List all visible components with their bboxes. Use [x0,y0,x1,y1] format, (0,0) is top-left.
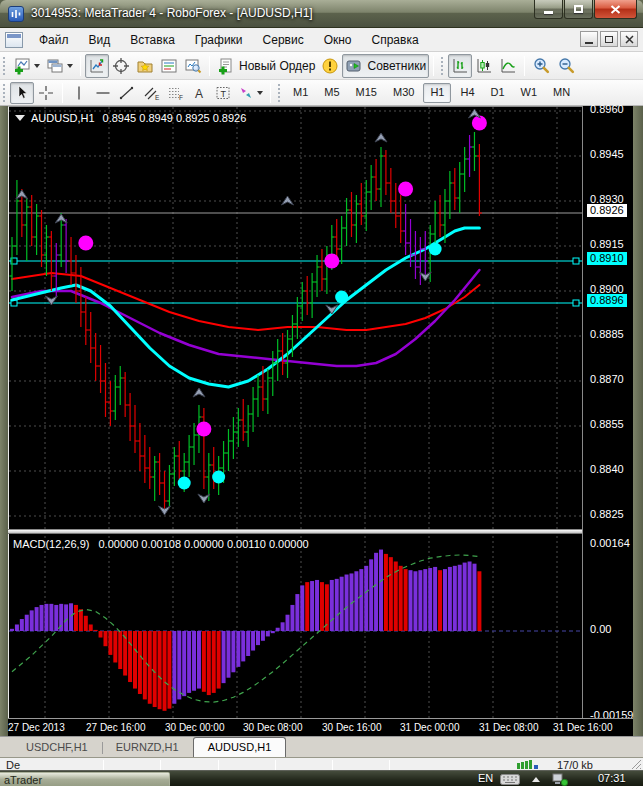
clock[interactable]: 07:31 [598,772,626,784]
macd-axis-label: 0.00 [590,623,611,635]
zoom-out-icon [557,56,576,75]
resize-grip[interactable] [631,759,642,770]
keyboard-tray-icon[interactable] [500,774,520,785]
network-tray-icon[interactable] [552,773,568,786]
terminal-button[interactable] [157,54,181,78]
language-indicator[interactable]: EN [478,772,493,784]
timeframe-button-mn[interactable]: MN [546,83,577,103]
menu-item-окно[interactable]: Окно [314,30,362,50]
child-close-button[interactable] [620,31,638,47]
chart-tab-usdchf[interactable]: USDCHF,H1 [12,738,102,757]
arrow-objects-icon [238,85,254,101]
horizontal-line-tool-button[interactable] [91,82,115,104]
fibonacci-tool-button[interactable]: F [163,82,187,104]
chart-tab-audusd[interactable]: AUDUSD,H1 [193,737,287,757]
timeframe-button-m1[interactable]: M1 [286,83,315,103]
expert-advisors-button[interactable]: Советники [342,54,429,78]
bar-chart-icon [451,57,469,75]
timeframe-button-d1[interactable]: D1 [484,83,512,103]
maximize-icon [574,5,583,13]
show-hidden-icons-button[interactable] [532,777,540,782]
macd-indicator-label: MACD(12,26,9) [13,538,89,550]
time-axis[interactable]: 27 Dec 201327 Dec 16:0030 Dec 00:0030 De… [8,718,633,736]
chart-header: AUDUSD,H1 0.8945 0.8949 0.8925 0.8926 [15,112,246,124]
maximize-button[interactable] [564,0,593,19]
price-tick-label: 0.8825 [590,508,624,520]
status-divider [389,760,390,770]
arrows-tool-button[interactable] [235,82,266,104]
arrows-dropdown-icon[interactable] [257,91,263,95]
chart-bars-button[interactable] [448,54,472,78]
timeframe-button-m30[interactable]: M30 [386,83,421,103]
chart-window-icon[interactable] [5,32,23,48]
child-minimize-button[interactable] [580,31,598,47]
chart-tab-eurnzd[interactable]: EURNZD,H1 [102,738,193,757]
horizontal-line-icon [95,85,111,101]
timeframe-button-h1[interactable]: H1 [423,83,451,103]
minimize-button[interactable] [534,0,563,19]
one-click-collapse-icon[interactable] [15,115,25,121]
price-axis[interactable]: 0.89600.89450.89300.89150.89000.88850.88… [582,106,633,718]
new-order-button[interactable]: Новый Ордер [214,54,318,78]
text-label-tool-button[interactable]: T [211,82,235,104]
menu-item-вид[interactable]: Вид [79,30,121,50]
timeframe-button-m5[interactable]: M5 [317,83,346,103]
cursor-icon [14,85,30,101]
cursor-tool-button[interactable] [10,82,34,104]
timeframe-button-m15[interactable]: M15 [349,83,384,103]
chart-candles-button[interactable] [472,54,496,78]
timeframe-button-w1[interactable]: W1 [514,83,545,103]
toolbar-grip[interactable] [441,57,444,75]
text-label-glyph: T [220,88,226,98]
text-tool-button[interactable]: A [187,82,211,104]
menu-item-вставка[interactable]: Вставка [120,30,185,50]
close-button[interactable] [594,0,637,19]
menu-item-справка[interactable]: Справка [362,30,429,50]
menu-item-файл[interactable]: Файл [29,30,79,50]
drawing-toolbar: E F A T [0,80,643,106]
timeframe-button-h4[interactable]: H4 [453,83,481,103]
new-chart-dropdown-icon[interactable] [34,64,40,68]
important-button[interactable] [318,54,342,78]
text-label-icon: T [215,85,231,101]
profiles-icon [46,57,64,75]
strategy-tester-button[interactable] [181,54,205,78]
menu-item-графики[interactable]: Графики [185,30,253,50]
current-price-tag: 0.8926 [587,204,627,217]
navigator-button[interactable] [133,54,157,78]
trendline-tool-button[interactable] [115,82,139,104]
taskbar-app-button[interactable]: aTrader [0,772,170,786]
toolbar-grip[interactable] [278,84,281,102]
zoom-out-button[interactable] [554,54,579,78]
time-axis-label: 31 Dec 00:00 [400,722,460,733]
chart-symbol-label: AUDUSD,H1 [31,112,95,124]
terminal-icon [160,57,178,75]
new-chart-button[interactable] [10,54,43,78]
vertical-line-tool-button[interactable] [67,82,91,104]
menu-bar: ФайлВидВставкаГрафикиСервисОкноСправка [0,28,643,52]
channel-tool-button[interactable]: E [139,82,163,104]
toolbar-grip[interactable] [3,84,6,102]
expert-advisors-label: Советники [367,59,426,73]
toolbar-separator [433,56,434,76]
menu-item-сервис[interactable]: Сервис [253,30,314,50]
crosshair-tool-button[interactable] [34,82,58,104]
market-watch-button[interactable] [85,54,109,78]
chart-area[interactable]: AUDUSD,H1 0.8945 0.8949 0.8925 0.8926 MA… [8,106,582,718]
panel-splitter[interactable] [8,529,582,534]
main-chart-canvas[interactable] [9,107,582,719]
desktop: 3014953: MetaTrader 4 - RoboForex - [AUD… [0,0,643,786]
child-restore-button[interactable] [600,31,618,47]
status-bar: De 17/0 kb [0,757,643,770]
market-watch-icon [88,57,106,75]
price-tick-label: 0.8855 [590,418,624,430]
price-tick-label: 0.8840 [590,463,624,475]
data-window-button[interactable] [109,54,133,78]
toolbar-grip[interactable] [3,57,6,75]
profiles-button[interactable] [43,54,76,78]
status-profile-label: De [6,759,20,770]
title-bar[interactable]: 3014953: MetaTrader 4 - RoboForex - [AUD… [0,0,643,28]
zoom-in-button[interactable] [529,54,554,78]
profiles-dropdown-icon[interactable] [67,64,73,68]
chart-line-button[interactable] [496,54,520,78]
